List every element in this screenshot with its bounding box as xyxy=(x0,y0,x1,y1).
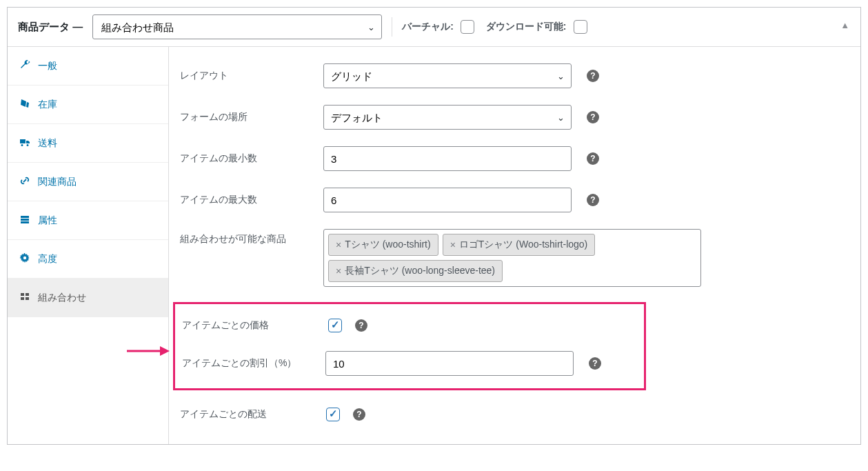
sidebar-item-combination[interactable]: 組み合わせ xyxy=(8,279,168,317)
help-icon[interactable]: ? xyxy=(355,319,367,332)
arrow-icon xyxy=(125,344,170,358)
collapse-icon[interactable]: ▲ xyxy=(840,20,849,30)
wrench-icon xyxy=(19,59,31,72)
per-item-price-checkbox[interactable] xyxy=(328,319,342,332)
downloadable-group: ダウンロード可能: xyxy=(486,18,589,36)
tag-remove-icon[interactable]: × xyxy=(336,240,341,250)
products-label: 組み合わせが可能な商品 xyxy=(180,229,318,245)
panel-body: 一般 在庫 送料 関連商品 xyxy=(8,47,860,444)
sidebar-item-shipping[interactable]: 送料 xyxy=(8,124,168,163)
svg-marker-2 xyxy=(160,346,170,356)
link-icon xyxy=(19,175,31,188)
product-tag: × ロゴTシャツ (Woo-tshirt-logo) xyxy=(443,234,596,256)
truck-icon xyxy=(19,137,31,150)
product-type-select[interactable]: 組み合わせ商品 xyxy=(92,14,382,39)
tag-label: 長袖Tシャツ (woo-long-sleeve-tee) xyxy=(345,265,495,277)
min-label: アイテムの最小数 xyxy=(180,152,318,165)
row-per-item-discount: アイテムごとの割引（%） ? xyxy=(175,343,644,384)
highlight-box: アイテムごとの価格 ? アイテムごとの割引（%） ? xyxy=(173,302,646,390)
sidebar-item-linked[interactable]: 関連商品 xyxy=(8,163,168,201)
help-icon[interactable]: ? xyxy=(589,357,601,370)
help-icon[interactable]: ? xyxy=(587,70,599,82)
form-location-select-wrap: デフォルト ⌄ xyxy=(323,105,572,130)
per-item-discount-label: アイテムごとの割引（%） xyxy=(182,357,320,370)
grid-icon xyxy=(19,291,31,304)
per-item-price-label: アイテムごとの価格 xyxy=(182,319,320,332)
virtual-label: バーチャル: xyxy=(402,21,454,33)
help-icon[interactable]: ? xyxy=(587,194,599,206)
sidebar-item-label: 高度 xyxy=(38,253,57,265)
row-max-items: アイテムの最大数 ? xyxy=(169,179,860,221)
sidebar-item-label: 送料 xyxy=(38,137,57,150)
virtual-checkbox[interactable] xyxy=(461,20,474,34)
tag-label: Tシャツ (woo-tshirt) xyxy=(345,239,430,251)
downloadable-checkbox[interactable] xyxy=(574,20,587,34)
max-input[interactable] xyxy=(323,188,572,212)
sidebar-item-label: 在庫 xyxy=(38,99,57,111)
tag-remove-icon[interactable]: × xyxy=(450,240,456,250)
sidebar-item-attributes[interactable]: 属性 xyxy=(8,201,168,240)
product-data-panel: 商品データ — 組み合わせ商品 ⌄ バーチャル: ダウンロード可能: ▲ 一般 xyxy=(7,7,861,445)
divider xyxy=(392,17,392,37)
form-location-select[interactable]: デフォルト xyxy=(323,105,572,130)
svg-point-0 xyxy=(23,257,26,259)
per-item-shipping-label: アイテムごとの配送 xyxy=(180,408,318,421)
row-layout: レイアウト グリッド ⌄ ? xyxy=(169,55,860,97)
sidebar-item-general[interactable]: 一般 xyxy=(8,47,168,86)
panel-header: 商品データ — 組み合わせ商品 ⌄ バーチャル: ダウンロード可能: ▲ xyxy=(8,8,860,47)
row-form-location: フォームの場所 デフォルト ⌄ ? xyxy=(169,97,860,138)
product-tag: × 長袖Tシャツ (woo-long-sleeve-tee) xyxy=(328,260,503,282)
per-item-shipping-checkbox[interactable] xyxy=(326,408,340,421)
row-per-item-price: アイテムごとの価格 ? xyxy=(175,308,644,343)
sidebar-item-label: 一般 xyxy=(38,60,57,72)
layout-select-wrap: グリッド ⌄ xyxy=(323,63,572,88)
downloadable-label: ダウンロード可能: xyxy=(486,21,567,33)
gear-icon xyxy=(19,252,31,265)
product-tag: × Tシャツ (woo-tshirt) xyxy=(328,234,438,256)
sidebar-item-stock[interactable]: 在庫 xyxy=(8,86,168,124)
list-icon xyxy=(19,214,31,227)
sidebar: 一般 在庫 送料 関連商品 xyxy=(8,47,169,444)
sidebar-item-label: 属性 xyxy=(38,214,57,227)
panel-title: 商品データ — xyxy=(18,21,83,34)
sidebar-item-label: 組み合わせ xyxy=(38,292,86,304)
sidebar-item-label: 関連商品 xyxy=(38,176,77,188)
products-tags-box[interactable]: × Tシャツ (woo-tshirt) × ロゴTシャツ (Woo-tshirt… xyxy=(323,229,701,287)
help-icon[interactable]: ? xyxy=(587,152,599,165)
help-icon[interactable]: ? xyxy=(353,408,365,421)
layout-label: レイアウト xyxy=(180,70,318,82)
max-label: アイテムの最大数 xyxy=(180,194,318,206)
row-products: 組み合わせが可能な商品 × Tシャツ (woo-tshirt) × ロゴTシャツ… xyxy=(169,221,860,295)
min-input[interactable] xyxy=(323,146,572,171)
virtual-group: バーチャル: xyxy=(402,18,476,36)
stock-icon xyxy=(19,98,31,111)
row-min-items: アイテムの最小数 ? xyxy=(169,138,860,179)
form-location-label: フォームの場所 xyxy=(180,111,318,123)
content: レイアウト グリッド ⌄ ? フォームの場所 デフォルト ⌄ ? xyxy=(169,47,860,444)
product-type-select-wrap: 組み合わせ商品 ⌄ xyxy=(92,14,382,39)
tag-label: ロゴTシャツ (Woo-tshirt-logo) xyxy=(459,239,587,251)
tag-remove-icon[interactable]: × xyxy=(336,266,341,276)
help-icon[interactable]: ? xyxy=(587,111,599,123)
row-per-item-shipping: アイテムごとの配送 ? xyxy=(169,397,860,432)
sidebar-item-advanced[interactable]: 高度 xyxy=(8,240,168,279)
layout-select[interactable]: グリッド xyxy=(323,63,572,88)
per-item-discount-input[interactable] xyxy=(325,351,574,376)
